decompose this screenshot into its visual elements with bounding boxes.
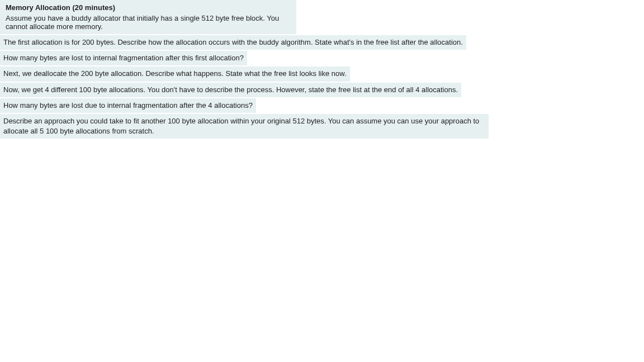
question-6: Describe an approach you could take to f…: [0, 114, 489, 139]
section-description: Assume you have a buddy allocator that i…: [0, 14, 296, 31]
question-2: How many bytes are lost to internal frag…: [0, 51, 247, 65]
question-4: Now, we get 4 different 100 byte allocat…: [0, 83, 461, 97]
header-block: Memory Allocation (20 minutes) Assume yo…: [0, 0, 296, 34]
question-5: How many bytes are lost due to internal …: [0, 98, 256, 113]
question-1: The first allocation is for 200 bytes. D…: [0, 35, 466, 50]
section-title: Memory Allocation (20 minutes): [0, 2, 296, 14]
question-3: Next, we deallocate the 200 byte allocat…: [0, 66, 350, 81]
